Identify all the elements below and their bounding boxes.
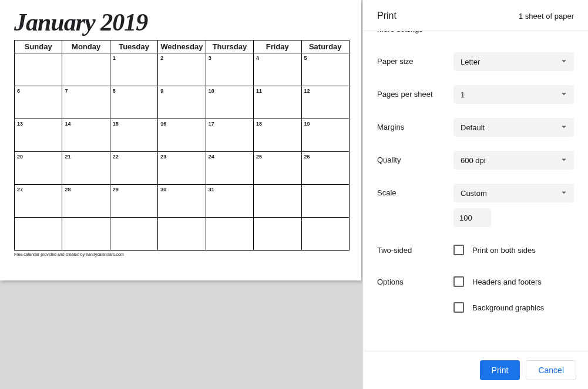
calendar-cell: 3 <box>206 53 253 86</box>
setting-quality: Quality 600 dpi <box>363 144 588 177</box>
chevron-down-icon <box>559 154 569 167</box>
margins-dropdown[interactable]: Default <box>453 118 574 137</box>
background-graphics-checkbox[interactable] <box>453 302 464 313</box>
calendar-cell <box>15 53 62 86</box>
setting-two-sided: Two-sided Print on both sides <box>363 234 588 266</box>
paper-size-value: Letter <box>461 57 480 66</box>
calendar-day-header: Sunday <box>15 40 62 53</box>
calendar-cell <box>301 218 349 251</box>
calendar-cell: 7 <box>62 86 110 119</box>
two-sided-checkbox[interactable] <box>453 245 464 255</box>
calendar-grid: SundayMondayTuesdayWednesdayThursdayFrid… <box>14 40 350 251</box>
calendar-cell: 1 <box>110 53 157 86</box>
calendar-day-header: Monday <box>62 40 110 53</box>
scale-dropdown[interactable]: Custom <box>453 184 574 202</box>
calendar-cell: 15 <box>110 119 157 152</box>
calendar-cell: 28 <box>62 185 110 218</box>
calendar-cell: 14 <box>62 119 110 152</box>
calendar-cell <box>62 53 110 86</box>
calendar-cell: 31 <box>206 185 253 218</box>
scale-label: Scale <box>377 184 453 197</box>
margins-label: Margins <box>377 118 453 131</box>
sheet-count: 1 sheet of paper <box>519 12 574 21</box>
scale-custom-input[interactable] <box>453 208 491 227</box>
panel-title: Print <box>377 11 397 21</box>
setting-margins: Margins Default <box>363 111 588 144</box>
chevron-up-icon <box>562 31 574 36</box>
calendar-day-header: Wednesday <box>158 40 206 53</box>
panel-footer: Print Cancel <box>363 351 588 389</box>
setting-options: Options Headers and footers Background g… <box>363 266 588 323</box>
calendar-cell: 25 <box>254 152 301 185</box>
calendar-cell: 16 <box>158 119 206 152</box>
quality-value: 600 dpi <box>461 156 486 165</box>
chevron-down-icon <box>559 56 569 68</box>
headers-footers-checkbox[interactable] <box>453 276 464 287</box>
calendar-cell: 19 <box>301 119 349 152</box>
chevron-down-icon <box>559 89 569 101</box>
more-settings-toggle[interactable]: More settings <box>363 31 588 45</box>
calendar-cell: 17 <box>206 119 253 152</box>
calendar-cell: 4 <box>254 53 301 86</box>
calendar-cell: 9 <box>158 86 206 119</box>
scale-value: Custom <box>461 189 487 198</box>
calendar-cell <box>158 218 206 251</box>
setting-paper-size: Paper size Letter <box>363 45 588 78</box>
calendar-title: January 2019 <box>14 8 350 36</box>
calendar-cell: 29 <box>110 185 157 218</box>
quality-label: Quality <box>377 151 453 164</box>
calendar-cell: 21 <box>62 152 110 185</box>
preview-page: January 2019 SundayMondayTuesdayWednesda… <box>0 0 361 280</box>
pages-per-sheet-label: Pages per sheet <box>377 85 453 99</box>
calendar-cell: 24 <box>206 152 253 185</box>
calendar-cell: 27 <box>15 185 62 218</box>
calendar-cell <box>110 218 157 251</box>
calendar-day-header: Thursday <box>206 40 253 53</box>
scroll-filler <box>363 323 588 351</box>
calendar-cell: 8 <box>110 86 157 119</box>
print-settings-panel: Print 1 sheet of paper More settings Pap… <box>362 0 588 389</box>
calendar-cell: 30 <box>158 185 206 218</box>
chevron-down-icon <box>559 187 569 199</box>
background-graphics-label: Background graphics <box>472 303 544 312</box>
calendar-cell <box>254 185 301 218</box>
setting-pages-per-sheet: Pages per sheet 1 <box>363 78 588 111</box>
print-button[interactable]: Print <box>480 360 520 380</box>
calendar-cell: 18 <box>254 119 301 152</box>
calendar-cell: 13 <box>15 119 62 152</box>
calendar-cell <box>206 218 253 251</box>
setting-scale: Scale Custom <box>363 177 588 234</box>
calendar-cell <box>15 218 62 251</box>
calendar-cell: 22 <box>110 152 157 185</box>
calendar-footnote: Free calendar provided and created by ha… <box>14 252 350 256</box>
calendar-cell <box>62 218 110 251</box>
calendar-cell: 6 <box>15 86 62 119</box>
pages-per-sheet-value: 1 <box>461 90 465 99</box>
calendar-day-header: Saturday <box>301 40 349 53</box>
settings-scroll-area[interactable]: More settings Paper size Letter Pages pe… <box>363 31 588 351</box>
calendar-cell: 11 <box>254 86 301 119</box>
headers-footers-label: Headers and footers <box>472 278 542 286</box>
calendar-cell: 20 <box>15 152 62 185</box>
more-settings-label: More settings <box>377 31 423 33</box>
chevron-down-icon <box>559 121 569 134</box>
calendar-cell: 10 <box>206 86 253 119</box>
cancel-button[interactable]: Cancel <box>526 360 576 380</box>
margins-value: Default <box>461 123 485 132</box>
paper-size-label: Paper size <box>377 52 453 66</box>
pages-per-sheet-dropdown[interactable]: 1 <box>453 85 574 104</box>
calendar-cell: 2 <box>158 53 206 86</box>
calendar-cell: 12 <box>301 86 349 119</box>
calendar-day-header: Tuesday <box>110 40 157 53</box>
calendar-cell: 26 <box>301 152 349 185</box>
calendar-cell <box>301 185 349 218</box>
two-sided-label: Two-sided <box>377 241 453 255</box>
panel-header: Print 1 sheet of paper <box>363 0 588 31</box>
calendar-cell: 5 <box>301 53 349 86</box>
two-sided-checkbox-label: Print on both sides <box>472 246 536 255</box>
quality-dropdown[interactable]: 600 dpi <box>453 151 574 170</box>
calendar-cell <box>254 218 301 251</box>
calendar-cell: 23 <box>158 152 206 185</box>
paper-size-dropdown[interactable]: Letter <box>453 52 574 71</box>
calendar-day-header: Friday <box>254 40 301 53</box>
